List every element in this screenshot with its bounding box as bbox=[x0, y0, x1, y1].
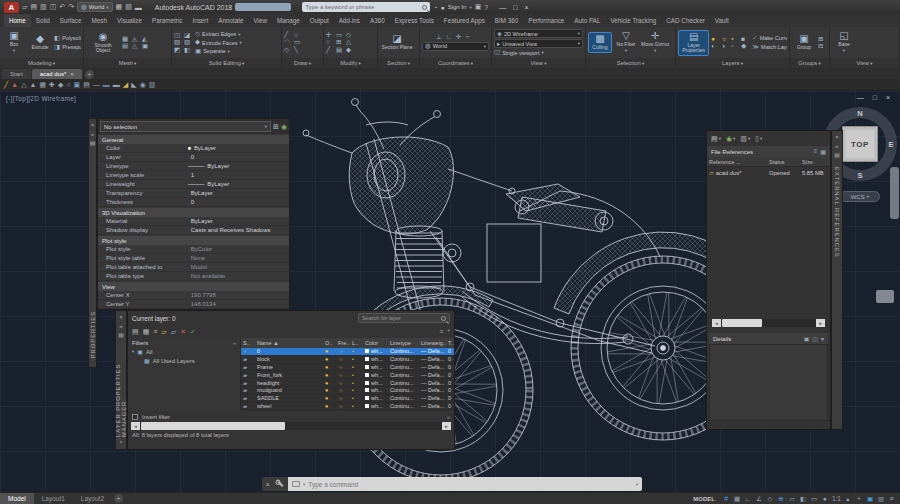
slice-icon[interactable]: ▧ bbox=[184, 39, 193, 46]
mirror-icon[interactable]: ○ bbox=[326, 39, 335, 46]
dynamic-input-icon[interactable]: ▭ bbox=[810, 495, 818, 503]
property-row[interactable]: Plot table attached to Model bbox=[98, 263, 289, 272]
layer-row[interactable]: ▰ Frame ● ☼ ▪ wh... Continu... — Defa...… bbox=[241, 364, 454, 372]
toolbar-icon[interactable]: ▦ bbox=[39, 81, 46, 88]
layer-color-cell[interactable]: wh... bbox=[363, 356, 388, 362]
layer-search-input[interactable]: Search for layer bbox=[358, 313, 450, 323]
column-header[interactable]: S.. bbox=[241, 340, 255, 346]
search-icon[interactable] bbox=[422, 5, 427, 10]
hardware-acceleration-icon[interactable]: ▥ bbox=[877, 495, 885, 503]
recent-commands-icon[interactable]: ▾ bbox=[303, 482, 305, 487]
scale-icon[interactable]: △ bbox=[346, 39, 355, 46]
toolbar-icon[interactable]: ◆ bbox=[58, 81, 63, 88]
rectangle-icon[interactable]: ▭ bbox=[294, 39, 303, 46]
navigation-bar[interactable] bbox=[890, 167, 899, 219]
layer-color-cell[interactable]: wh... bbox=[363, 372, 388, 378]
layer-on-icon[interactable]: ● bbox=[323, 403, 336, 409]
toolbar-icon[interactable]: ◢ bbox=[123, 81, 128, 88]
toolbar-icon[interactable]: ▬ bbox=[103, 81, 110, 88]
panel-label[interactable]: Draw bbox=[282, 58, 323, 68]
layer-row[interactable]: ▰ mudguard ● ☼ ▪ wh... Continu... — Defa… bbox=[241, 387, 454, 395]
invert-filter-checkbox[interactable] bbox=[132, 414, 138, 420]
culling-button[interactable]: ▩Culling bbox=[588, 32, 612, 53]
palette-menu-icon[interactable]: ▤ bbox=[118, 332, 124, 338]
layer-linetype-cell[interactable]: Continu... bbox=[388, 364, 419, 370]
panel-label[interactable]: Layers bbox=[676, 58, 789, 68]
layer-color-cell[interactable]: wh... bbox=[363, 348, 388, 354]
smooth-object-button[interactable]: ◉Smooth Object bbox=[86, 31, 120, 55]
column-header[interactable]: Name ▲ bbox=[255, 340, 323, 346]
command-input[interactable]: ▾ Type a command ▾ bbox=[288, 477, 642, 491]
panel-label[interactable]: View bbox=[492, 58, 585, 68]
ribbon-tab[interactable]: Express Tools bbox=[390, 14, 439, 27]
column-header[interactable]: Linetype bbox=[388, 340, 419, 346]
column-header[interactable]: L.. bbox=[350, 340, 363, 346]
column-header[interactable]: Fre.. bbox=[336, 340, 350, 346]
property-row[interactable]: Layer 0 bbox=[98, 153, 289, 162]
toolbar-icon[interactable]: ▣ bbox=[74, 81, 81, 88]
polyline-icon[interactable]: ╲ bbox=[294, 47, 303, 54]
set-current-icon[interactable]: ✓ bbox=[190, 328, 196, 335]
collapse-icon[interactable]: « bbox=[447, 414, 450, 420]
isolate-objects-icon[interactable]: ▣ bbox=[866, 495, 874, 503]
layer-color-cell[interactable]: wh... bbox=[363, 403, 388, 409]
layer-lock-icon[interactable]: ▪ bbox=[350, 372, 363, 378]
property-row[interactable]: Center Y 148.0134 bbox=[98, 300, 289, 309]
tab-drawing[interactable]: acad dos*× bbox=[32, 69, 82, 79]
close-palette-icon[interactable]: × bbox=[91, 122, 95, 128]
trim-icon[interactable]: ╱ bbox=[326, 47, 335, 54]
settings-gear-icon[interactable]: * bbox=[120, 440, 122, 446]
compass-north[interactable]: N bbox=[857, 109, 862, 118]
move-gizmo-button[interactable]: ✛Move Gizmo▾ bbox=[640, 30, 670, 54]
layer-off-icon[interactable]: ▫ bbox=[731, 43, 740, 50]
help-icon[interactable]: ▯▾ bbox=[755, 135, 762, 142]
layer-row[interactable]: ✓ 0 ● ☼ ▪ wh... Continu... — Defa... 0 bbox=[241, 348, 454, 356]
fillet-edge-icon[interactable]: ◩ bbox=[174, 47, 183, 54]
array-icon[interactable]: ⊞ bbox=[336, 39, 345, 46]
autohide-icon[interactable]: « bbox=[835, 143, 838, 149]
panel-label[interactable]: Solid Editing bbox=[172, 58, 281, 68]
ribbon-tab[interactable]: Output bbox=[305, 14, 334, 27]
layer-row[interactable]: ▰ Front_fork ● ☼ ▪ wh... Continu... — De… bbox=[241, 371, 454, 379]
toolbar-icon[interactable]: ◉ bbox=[140, 81, 146, 88]
color-swatch-icon[interactable]: ▬ bbox=[135, 4, 142, 11]
layer-row[interactable]: ▰ headlight ● ☼ ▪ wh... Continu... — Def… bbox=[241, 379, 454, 387]
intersect-icon[interactable]: ▨ bbox=[174, 39, 183, 46]
layer-linetype-cell[interactable]: Continu... bbox=[388, 380, 419, 386]
layer-transparency-cell[interactable]: 0 bbox=[446, 380, 454, 386]
layer-row[interactable]: ▰ wheel ● ☼ ▪ wh... Continu... — Defa...… bbox=[241, 403, 454, 411]
layer-freeze-icon[interactable]: ☼ bbox=[336, 348, 350, 354]
property-row[interactable]: Center X 190.7798 bbox=[98, 291, 289, 300]
polygon-icon[interactable]: ◇ bbox=[284, 47, 293, 54]
layer-freeze-icon[interactable]: ☼ bbox=[336, 403, 350, 409]
workspace-dropdown[interactable]: ◍ World▾ bbox=[77, 2, 113, 12]
infocenter-search-input[interactable]: Type a keyword or phrase bbox=[302, 2, 430, 12]
layer-lineweight-cell[interactable]: — Defa... bbox=[419, 348, 446, 354]
layer-freeze-icon[interactable]: ☼ bbox=[336, 387, 350, 393]
layer-on-icon[interactable]: ● bbox=[323, 387, 336, 393]
layer-transparency-cell[interactable]: 0 bbox=[446, 364, 454, 370]
property-row[interactable]: Material ByLayer bbox=[98, 217, 289, 226]
details-chevron-icon[interactable]: ▾ bbox=[821, 335, 824, 342]
list-view-icon[interactable]: ≡ bbox=[814, 148, 818, 155]
named-view-dropdown[interactable]: ▸Unsaved View▾ bbox=[494, 39, 583, 48]
layer-properties-button[interactable]: ▤Layer Properties bbox=[678, 30, 709, 56]
property-row[interactable]: Linetype ———ByLayer bbox=[98, 162, 289, 171]
extract-edges-button[interactable]: ◇Extract Edges▾ bbox=[195, 31, 242, 38]
layer-lock-icon[interactable]: ▪ bbox=[350, 380, 363, 386]
restore-button[interactable]: □ bbox=[513, 4, 517, 11]
layer-row[interactable]: ▰ block ● ☼ ▪ wh... Continu... — Defa...… bbox=[241, 356, 454, 364]
redo-icon[interactable]: ↷ bbox=[68, 3, 74, 11]
transparency-icon[interactable]: ◧ bbox=[799, 495, 807, 503]
toolbar-icon[interactable]: ▥ bbox=[149, 81, 156, 88]
layer-lineweight-cell[interactable]: — Defa... bbox=[419, 403, 446, 409]
refresh-icon[interactable]: ◉▾ bbox=[726, 135, 735, 142]
layer-transparency-cell[interactable]: 0 bbox=[446, 403, 454, 409]
extrude-faces-button[interactable]: ◆Extrude Faces▾ bbox=[195, 39, 242, 46]
snap-mode-icon[interactable]: ▦ bbox=[733, 495, 741, 503]
ribbon-tab[interactable]: BIM 360 bbox=[490, 14, 523, 27]
quick-select-icon[interactable]: ◉ bbox=[281, 123, 287, 131]
ribbon-tab[interactable]: Performance bbox=[523, 14, 569, 27]
scroll-left-icon[interactable]: ◂ bbox=[131, 422, 140, 430]
section-header[interactable]: Plot style bbox=[98, 235, 289, 245]
